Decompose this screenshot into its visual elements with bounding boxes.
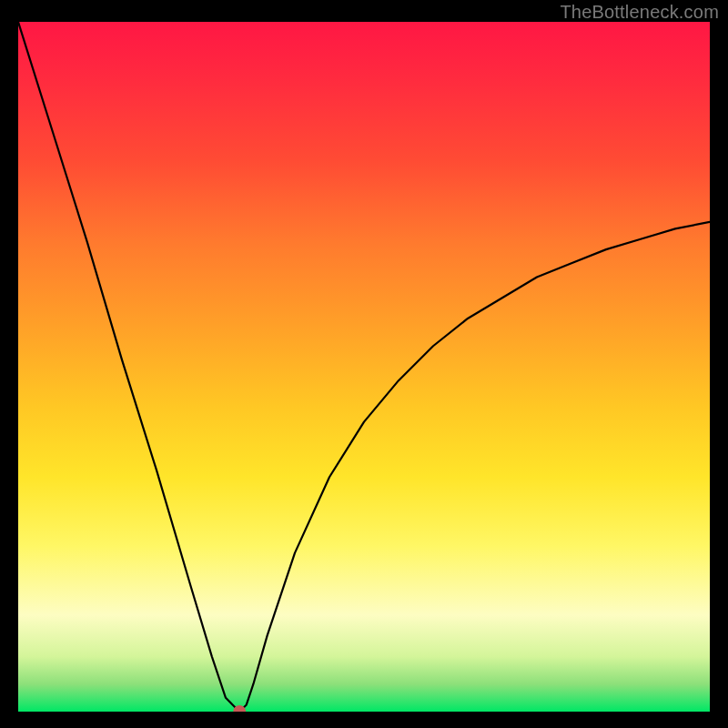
- watermark-label: TheBottleneck.com: [560, 2, 719, 23]
- bottleneck-curve: [18, 22, 710, 712]
- chart-svg: [18, 22, 710, 712]
